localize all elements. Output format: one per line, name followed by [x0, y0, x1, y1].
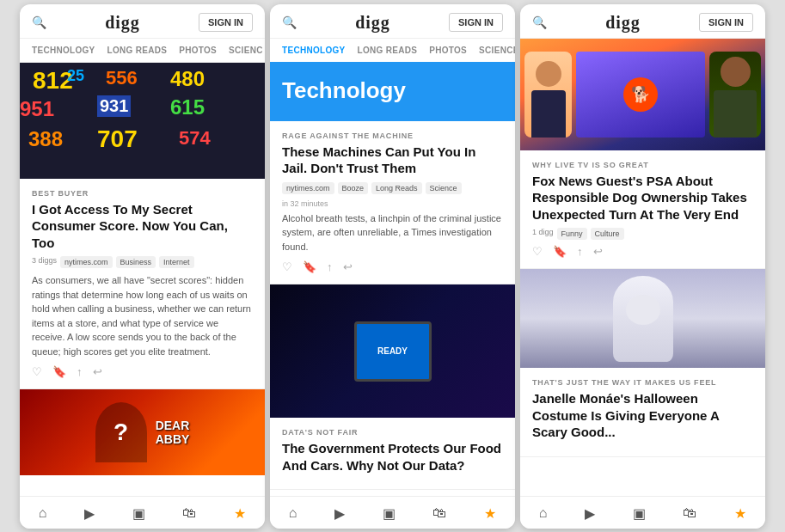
share-icon[interactable]: ↑: [327, 260, 333, 273]
number: 25: [67, 67, 84, 85]
article-meta: 1 digg Funny Culture: [532, 228, 753, 240]
tag-science[interactable]: Science: [426, 182, 462, 194]
tab-long-reads[interactable]: LONG READS: [358, 46, 418, 55]
share-icon[interactable]: ↑: [577, 245, 583, 258]
nav-tabs-2: TECHNOLOGY LONG READS PHOTOS SCIENCE: [270, 39, 515, 62]
article-category: THAT'S JUST THE WAY IT MAKES US FEEL: [532, 378, 753, 387]
bottom-nav-2: ⌂ ▶ ▣ 🛍 ★: [270, 496, 515, 529]
article-card-rage: RAGE AGAINST THE MACHINE These Machines …: [270, 121, 515, 285]
star-icon[interactable]: ★: [734, 505, 746, 522]
bookmark-icon[interactable]: 🔖: [52, 365, 66, 378]
number: 951: [20, 97, 54, 121]
article-category: BEST BUYER: [32, 189, 253, 198]
bookmark-icon[interactable]: 🔖: [553, 245, 567, 258]
more-icon[interactable]: ↩: [93, 365, 102, 378]
tab-technology[interactable]: TECHNOLOGY: [282, 46, 346, 55]
tag-culture[interactable]: Culture: [591, 228, 624, 240]
play-icon[interactable]: ▶: [585, 505, 595, 522]
article-title[interactable]: Janelle Monáe's Halloween Costume Is Giv…: [532, 390, 753, 441]
like-icon[interactable]: ♡: [282, 260, 292, 273]
numbers-image: 812 556 480 951 931 615 388 707 574 25: [20, 63, 265, 179]
bookmark-icon[interactable]: 🔖: [303, 260, 316, 273]
number: 615: [170, 95, 205, 119]
home-icon[interactable]: ⌂: [539, 505, 548, 521]
tab-photos[interactable]: PHOTOS: [179, 46, 217, 55]
search-icon[interactable]: 🔍: [282, 15, 297, 29]
logo: digg: [605, 13, 641, 33]
tag-funny[interactable]: Funny: [557, 228, 587, 240]
digg-count: 3 diggs: [32, 256, 57, 268]
logo: digg: [355, 13, 390, 33]
phone-3: 🔍 digg SIGN IN 🐕: [520, 4, 765, 529]
number: 574: [179, 127, 211, 150]
phone-2: 🔍 digg SIGN IN TECHNOLOGY LONG READS PHO…: [270, 4, 515, 529]
number: 388: [28, 127, 63, 151]
tab-technology[interactable]: TECHNOLOGY: [32, 46, 95, 55]
sign-in-button[interactable]: SIGN IN: [699, 13, 753, 32]
phone1-header: 🔍 digg SIGN IN: [20, 4, 265, 39]
bookmarks-icon[interactable]: ▣: [633, 505, 646, 522]
tablet-text: READY: [377, 346, 408, 356]
tag-long-reads[interactable]: Long Reads: [371, 182, 422, 194]
search-icon[interactable]: 🔍: [532, 15, 547, 29]
article-category: RAGE AGAINST THE MACHINE: [282, 131, 503, 140]
tag-booze[interactable]: Booze: [338, 182, 369, 194]
digg-count: 1 digg: [532, 228, 554, 240]
number: 931: [97, 95, 131, 117]
play-icon[interactable]: ▶: [84, 505, 95, 522]
more-icon[interactable]: ↩: [343, 260, 353, 273]
tab-science[interactable]: SCIENC: [229, 46, 263, 55]
dress-image: [520, 269, 765, 368]
article-card-janelle: THAT'S JUST THE WAY IT MAKES US FEEL Jan…: [520, 368, 765, 457]
article-title[interactable]: Fox News Guest's PSA About Responsible D…: [532, 173, 753, 223]
tab-science[interactable]: SCIENCE: [479, 46, 515, 55]
article-title[interactable]: These Machines Can Put You In Jail. Don'…: [282, 144, 503, 177]
tab-long-reads[interactable]: LONG READS: [107, 46, 168, 55]
sign-in-button[interactable]: SIGN IN: [199, 13, 253, 32]
search-icon[interactable]: 🔍: [32, 15, 46, 29]
fox-news-image: 🐕: [520, 39, 765, 150]
tab-photos[interactable]: PHOTOS: [429, 46, 467, 55]
article-meta: nytimes.com Booze Long Reads Science: [282, 182, 503, 194]
home-icon[interactable]: ⌂: [39, 505, 47, 521]
time-ago: in 32 minutes: [282, 199, 503, 208]
tech-hero: Technology: [270, 62, 515, 121]
share-icon[interactable]: ↑: [77, 365, 83, 378]
phone3-content: 🐕 WHY LIVE TV IS SO GREAT Fox News Guest…: [520, 39, 765, 496]
sign-in-button[interactable]: SIGN IN: [449, 13, 503, 32]
article-excerpt: As consumers, we all have "secret scores…: [32, 273, 253, 358]
tablet-screen: READY: [354, 321, 432, 382]
bag-icon[interactable]: 🛍: [432, 505, 446, 521]
phone2-header: 🔍 digg SIGN IN: [270, 4, 515, 39]
star-icon[interactable]: ★: [234, 505, 246, 522]
article-title[interactable]: I Got Access To My Secret Consumer Score…: [32, 201, 253, 252]
article-actions: ♡ 🔖 ↑ ↩: [532, 245, 753, 258]
article-category: DATA'S NOT FAIR: [282, 428, 503, 437]
more-icon[interactable]: ↩: [593, 245, 603, 258]
article-card-fox: WHY LIVE TV IS SO GREAT Fox News Guest's…: [520, 150, 765, 270]
tag-internet[interactable]: Internet: [159, 256, 194, 268]
bag-icon[interactable]: 🛍: [182, 505, 196, 521]
nav-tabs: TECHNOLOGY LONG READS PHOTOS SCIENC: [20, 39, 265, 63]
bag-icon[interactable]: 🛍: [683, 505, 696, 521]
home-icon[interactable]: ⌂: [289, 505, 297, 521]
phone1-content: 812 556 480 951 931 615 388 707 574 25 B…: [20, 63, 265, 496]
like-icon[interactable]: ♡: [32, 365, 42, 378]
article-title[interactable]: The Government Protects Our Food And Car…: [282, 440, 503, 474]
number: 707: [97, 125, 138, 153]
source-tag[interactable]: nytimes.com: [60, 256, 113, 268]
source-tag[interactable]: nytimes.com: [282, 182, 334, 194]
machine-image: READY: [270, 284, 515, 418]
number: 480: [170, 67, 205, 91]
article-excerpt: Alcohol breath tests, a linchpin of the …: [282, 211, 503, 254]
number: 556: [106, 67, 138, 89]
bookmarks-icon[interactable]: ▣: [383, 505, 396, 522]
article-meta: 3 diggs nytimes.com Business Internet: [32, 256, 253, 268]
bottom-nav-3: ⌂ ▶ ▣ 🛍 ★: [520, 496, 765, 529]
play-icon[interactable]: ▶: [334, 505, 345, 522]
star-icon[interactable]: ★: [484, 505, 496, 522]
bookmarks-icon[interactable]: ▣: [132, 505, 145, 522]
like-icon[interactable]: ♡: [532, 245, 543, 258]
phone3-header: 🔍 digg SIGN IN: [520, 4, 765, 39]
tag-business[interactable]: Business: [116, 256, 156, 268]
